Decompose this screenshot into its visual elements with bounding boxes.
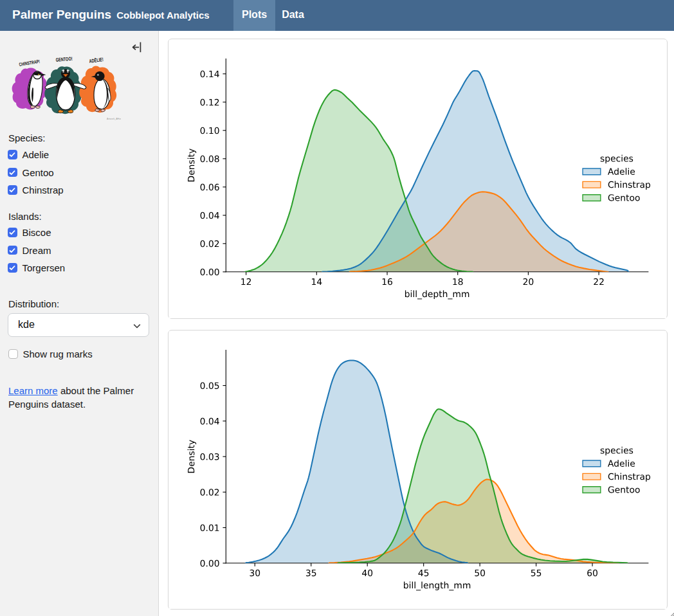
svg-text:CHINSTRAP!: CHINSTRAP!: [19, 59, 41, 67]
svg-text:GENTOO!: GENTOO!: [55, 56, 73, 62]
svg-text:ADĒLIE!: ADĒLIE!: [89, 57, 104, 64]
svg-text:Artwork_AHorst: Artwork_AHorst: [107, 118, 121, 120]
